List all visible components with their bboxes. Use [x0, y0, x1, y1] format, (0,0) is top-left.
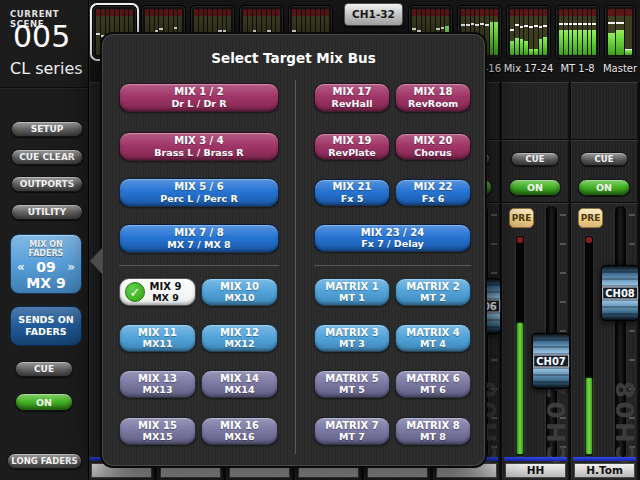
- meter-level: [539, 39, 543, 55]
- sends-on-faders-button[interactable]: SENDS ON FADERS: [10, 306, 82, 346]
- mix-bus-button-matrix-1[interactable]: MATRIX 1MT 1: [314, 278, 390, 306]
- bank-meter-box: [510, 9, 547, 55]
- meter-bar: [494, 9, 498, 55]
- mix-bus-button-mix-17[interactable]: MIX 17RevHall: [314, 83, 390, 112]
- mix-on-faders-selector[interactable]: MIX ON FADERS « 09 » MX 9: [10, 234, 82, 294]
- meter-level: [573, 30, 577, 55]
- mix-bus-button-line2: MT 2: [396, 292, 470, 303]
- meter-bank-mt-1-8[interactable]: MT 1-8: [555, 5, 600, 59]
- strip-divider: [502, 203, 569, 204]
- mix-bus-button-mix-13[interactable]: MIX 13MX13: [119, 370, 196, 398]
- sidebar-divider: [0, 87, 88, 89]
- fader-position-mark: [520, 26, 524, 28]
- mix-bus-button-matrix-7[interactable]: MATRIX 7MT 7: [314, 417, 390, 445]
- meter-bar: [573, 9, 577, 55]
- sidebar-button-outports[interactable]: OUTPORTS: [11, 176, 83, 192]
- mix-bus-button-line1: MIX 5 / 6: [120, 181, 278, 193]
- mix-bus-button-matrix-6[interactable]: MATRIX 6MT 6: [395, 370, 471, 398]
- fader-scale-tick: [560, 330, 566, 332]
- strip-blue-bar: [504, 457, 567, 461]
- mix-bus-button-line2: MT 3: [315, 338, 389, 349]
- fader-position-mark: [174, 27, 178, 29]
- mix-bus-button-matrix-4[interactable]: MATRIX 4MT 4: [395, 324, 471, 352]
- mix-bus-button-line1: MATRIX 4: [396, 327, 470, 339]
- previous-mix-icon[interactable]: «: [17, 260, 25, 274]
- fader-position-mark: [578, 23, 582, 25]
- mix-bus-button-line2: MT 6: [396, 384, 470, 395]
- fader-scale-tick: [560, 301, 566, 303]
- strip-on-button[interactable]: ON: [509, 179, 561, 196]
- channel-strip-ch07: CUEONPRECH07CH07HH: [502, 82, 569, 480]
- fader-knob[interactable]: CH08: [601, 265, 639, 321]
- dialog-left-divider: [119, 265, 279, 266]
- mix-bus-button-matrix-2[interactable]: MATRIX 2MT 2: [395, 278, 471, 306]
- meter-level: [588, 30, 592, 55]
- mix-bus-button-line1: MIX 11: [120, 327, 195, 339]
- master-cue-button[interactable]: CUE: [15, 361, 73, 377]
- mix-bus-button-mix-12[interactable]: MIX 12MX12: [201, 324, 278, 352]
- fader-position-mark: [485, 24, 489, 26]
- mix-bus-button-mix-11[interactable]: MIX 11MX11: [119, 324, 196, 352]
- meter-level: [529, 49, 533, 55]
- fader-position-mark: [608, 22, 615, 24]
- channel-strip-ch08: CUEONPRECH08CH08H.Tom: [571, 82, 638, 480]
- mix-bus-button-line1: MIX 13: [120, 373, 195, 385]
- meter-bar: [515, 9, 519, 55]
- sends-on-faders-line2: FADERS: [11, 326, 81, 338]
- sidebar-button-setup[interactable]: SETUP: [11, 121, 83, 137]
- next-mix-icon[interactable]: »: [67, 260, 75, 274]
- dialog-pointer-arrow: [90, 248, 102, 274]
- mix-number: 09: [36, 259, 55, 275]
- mix-bus-button-mix-19[interactable]: MIX 19RevPlate: [314, 133, 390, 160]
- meter-bank-mix-17-24[interactable]: Mix 17-24: [506, 5, 551, 59]
- mix-bus-button-mix-21[interactable]: MIX 21Fx 5: [314, 179, 390, 206]
- strip-cue-button[interactable]: CUE: [580, 152, 628, 166]
- long-faders-button[interactable]: LONG FADERS: [7, 453, 82, 469]
- mix-bus-button-mix-7-8[interactable]: MIX 7 / 8MX 7 / MX 8: [119, 224, 279, 253]
- mix-bus-button-line2: MX16: [202, 431, 277, 442]
- mix-bus-button-mix-3-4[interactable]: MIX 3 / 4Brass L / Brass R: [119, 132, 279, 161]
- fader-scale-tick: [491, 359, 497, 361]
- sidebar-button-utility[interactable]: UTILITY: [11, 204, 83, 220]
- console-series-label: CL series: [10, 59, 83, 78]
- channel-bank-button[interactable]: CH1-32: [344, 3, 403, 26]
- mix-bus-button-matrix-8[interactable]: MATRIX 8MT 8: [395, 417, 471, 445]
- mix-bus-button-line1: MATRIX 1: [315, 281, 389, 293]
- fader-knob[interactable]: CH07: [532, 333, 570, 389]
- mix-bus-button-mix-16[interactable]: MIX 16MX16: [201, 417, 278, 445]
- strip-cue-button[interactable]: CUE: [511, 152, 559, 166]
- mix-bus-button-mix-22[interactable]: MIX 22Fx 6: [395, 179, 471, 206]
- fader-position-mark: [592, 23, 596, 25]
- meter-level: [520, 39, 524, 55]
- mix-bus-button-line1: MIX 17: [315, 86, 389, 98]
- meter-bar: [524, 9, 528, 55]
- mix-bus-button-mix-23-24[interactable]: MIX 23 / 24Fx 7 / Delay: [314, 224, 471, 252]
- mix-bus-button-mix-10[interactable]: MIX 10MX10: [201, 278, 278, 306]
- mix-bus-button-mix-20[interactable]: MIX 20Chorus: [395, 133, 471, 160]
- master-on-button[interactable]: ON: [15, 393, 73, 411]
- meter-level: [534, 49, 538, 55]
- meter-level: [515, 38, 519, 55]
- strip-on-button[interactable]: ON: [578, 179, 630, 196]
- mix-bus-button-mix-5-6[interactable]: MIX 5 / 6Perc L / Perc R: [119, 178, 279, 207]
- fader-position-mark: [616, 22, 623, 24]
- sidebar-button-cue-clear[interactable]: CUE CLEAR: [11, 149, 83, 165]
- meter-bar: [520, 9, 524, 55]
- mix-bus-button-matrix-3[interactable]: MATRIX 3MT 3: [314, 324, 390, 352]
- mix-bus-button-line1: MIX 3 / 4: [120, 135, 278, 147]
- mix-bus-button-mix-1-2[interactable]: MIX 1 / 2Dr L / Dr R: [119, 83, 279, 112]
- meter-bar: [534, 9, 538, 55]
- mix-bus-button-line2: MX11: [120, 338, 195, 349]
- meter-bar: [510, 9, 514, 55]
- mix-bus-button-mix-18[interactable]: MIX 18RevRoom: [395, 83, 471, 112]
- mix-bus-button-matrix-5[interactable]: MATRIX 5MT 5: [314, 370, 390, 398]
- bank-label: MT 1-8: [560, 63, 594, 74]
- mix-bus-button-mix-15[interactable]: MIX 15MX15: [119, 417, 196, 445]
- mix-bus-button-mix-9[interactable]: ✓MIX 9MX 9: [119, 278, 196, 306]
- mix-bus-button-mix-14[interactable]: MIX 14MX14: [201, 370, 278, 398]
- fader-position-mark: [510, 29, 514, 31]
- meter-bank-master[interactable]: Master: [604, 5, 636, 59]
- fader-knob-label: CH07: [533, 355, 569, 368]
- fader-position-mark: [588, 23, 592, 25]
- meter-bar: [588, 9, 592, 55]
